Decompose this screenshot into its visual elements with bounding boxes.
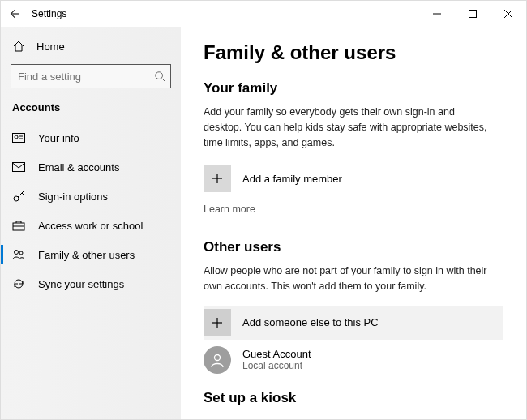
key-icon xyxy=(12,190,25,203)
sidebar-item-label: Sync your settings xyxy=(38,278,124,290)
sidebar-item-email[interactable]: Email & accounts xyxy=(1,152,181,182)
plus-icon xyxy=(204,309,231,336)
home-nav[interactable]: Home xyxy=(1,33,181,59)
add-family-label: Add a family member xyxy=(242,173,342,185)
sidebar-item-your-info[interactable]: Your info xyxy=(1,123,181,152)
user-name: Guest Account xyxy=(242,348,311,360)
svg-point-7 xyxy=(15,135,18,139)
learn-more-link[interactable]: Learn more xyxy=(204,204,255,215)
svg-point-4 xyxy=(156,72,163,79)
section-family-title: Your family xyxy=(204,80,503,96)
home-icon xyxy=(12,40,25,53)
add-other-user-button[interactable]: Add someone else to this PC xyxy=(204,306,503,340)
user-account-item[interactable]: Guest Account Local account xyxy=(204,340,503,385)
window-title: Settings xyxy=(32,8,66,19)
home-label: Home xyxy=(36,41,65,53)
person-card-icon xyxy=(12,131,25,144)
people-icon xyxy=(12,248,25,261)
sidebar-item-label: Access work or school xyxy=(38,220,143,232)
svg-line-13 xyxy=(22,193,24,195)
minimize-button[interactable] xyxy=(419,1,455,27)
avatar-icon xyxy=(204,346,231,374)
sidebar-item-work[interactable]: Access work or school xyxy=(1,211,181,240)
sync-icon xyxy=(12,277,25,290)
sidebar-item-signin[interactable]: Sign-in options xyxy=(1,182,181,211)
plus-icon xyxy=(204,165,231,192)
sidebar-item-label: Family & other users xyxy=(38,249,135,261)
section-kiosk-title: Set up a kiosk xyxy=(204,390,503,406)
svg-rect-10 xyxy=(13,163,25,172)
search-input[interactable] xyxy=(18,71,154,83)
maximize-button[interactable] xyxy=(455,1,491,27)
search-icon xyxy=(154,71,165,82)
main-content: Family & other users Your family Add you… xyxy=(181,27,526,420)
back-icon[interactable] xyxy=(7,7,20,20)
briefcase-icon xyxy=(12,219,25,232)
user-type: Local account xyxy=(242,360,311,371)
section-others-title: Other users xyxy=(204,239,503,255)
close-button[interactable] xyxy=(491,1,526,27)
svg-point-22 xyxy=(215,354,221,360)
assigned-access-item[interactable]: Assigned access Set up this device as a … xyxy=(204,414,503,420)
sidebar-item-label: Sign-in options xyxy=(38,191,108,203)
sidebar: Home Accounts Your info Email & accounts… xyxy=(1,27,181,420)
mail-icon xyxy=(12,161,25,174)
section-family-desc: Add your family so everybody gets their … xyxy=(204,105,495,150)
sidebar-item-family[interactable]: Family & other users xyxy=(1,240,181,269)
search-input-wrap[interactable] xyxy=(11,64,171,88)
add-family-member-button[interactable]: Add a family member xyxy=(204,161,503,195)
section-others-desc: Allow people who are not part of your fa… xyxy=(204,264,495,294)
svg-point-16 xyxy=(15,251,19,255)
sidebar-item-label: Email & accounts xyxy=(38,161,119,174)
sidebar-item-sync[interactable]: Sync your settings xyxy=(1,269,181,298)
page-title: Family & other users xyxy=(204,41,503,64)
svg-line-5 xyxy=(162,79,165,82)
svg-point-17 xyxy=(19,251,23,255)
svg-rect-1 xyxy=(469,11,477,18)
sidebar-category: Accounts xyxy=(1,96,181,123)
sidebar-item-label: Your info xyxy=(38,132,79,144)
add-other-label: Add someone else to this PC xyxy=(242,316,379,328)
